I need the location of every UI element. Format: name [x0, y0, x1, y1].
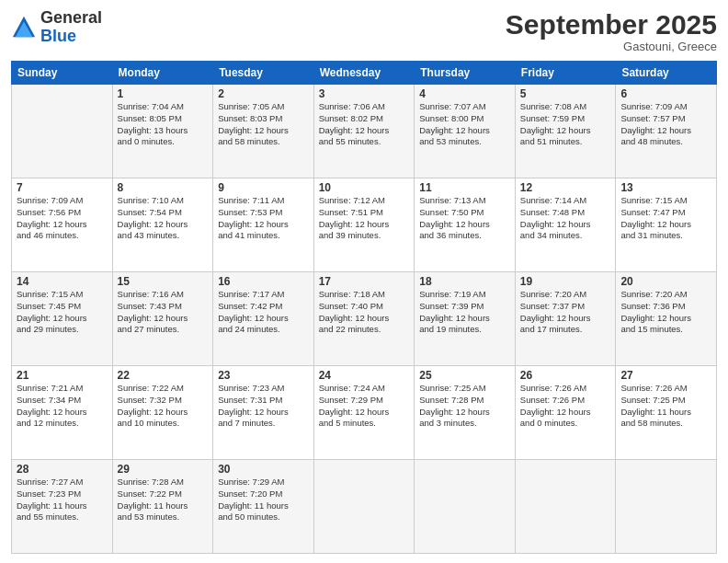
col-sunday: Sunday [12, 62, 113, 85]
day-number: 1 [118, 87, 209, 100]
day-info: Sunrise: 7:15 AMSunset: 7:45 PMDaylight:… [17, 289, 108, 336]
logo-text: General Blue [40, 9, 102, 46]
logo: General Blue [11, 9, 102, 46]
table-row: 1Sunrise: 7:04 AMSunset: 8:05 PMDaylight… [112, 85, 213, 178]
day-number: 27 [620, 369, 711, 382]
day-number: 3 [319, 87, 410, 100]
day-info: Sunrise: 7:16 AMSunset: 7:43 PMDaylight:… [118, 289, 209, 336]
col-wednesday: Wednesday [313, 62, 415, 85]
day-info: Sunrise: 7:14 AMSunset: 7:48 PMDaylight:… [520, 195, 611, 242]
day-number: 16 [218, 275, 309, 288]
location: Gastouni, Greece [506, 40, 717, 53]
table-row: 6Sunrise: 7:09 AMSunset: 7:57 PMDaylight… [616, 85, 717, 178]
day-number: 7 [17, 181, 108, 194]
table-row: 2Sunrise: 7:05 AMSunset: 8:03 PMDaylight… [213, 85, 314, 178]
calendar-week-row: 21Sunrise: 7:21 AMSunset: 7:34 PMDayligh… [12, 366, 717, 460]
day-number: 13 [620, 181, 711, 194]
day-info: Sunrise: 7:26 AMSunset: 7:26 PMDaylight:… [520, 383, 611, 430]
day-info: Sunrise: 7:09 AMSunset: 7:56 PMDaylight:… [17, 195, 108, 242]
table-row: 20Sunrise: 7:20 AMSunset: 7:36 PMDayligh… [616, 272, 717, 366]
table-row: 18Sunrise: 7:19 AMSunset: 7:39 PMDayligh… [415, 272, 516, 366]
title-block: September 2025 Gastouni, Greece [506, 9, 717, 53]
day-number: 15 [118, 275, 209, 288]
day-info: Sunrise: 7:26 AMSunset: 7:25 PMDaylight:… [620, 383, 711, 430]
day-info: Sunrise: 7:11 AMSunset: 7:53 PMDaylight:… [218, 195, 309, 242]
logo-blue-text: Blue [40, 27, 76, 45]
calendar-week-row: 14Sunrise: 7:15 AMSunset: 7:45 PMDayligh… [12, 272, 717, 366]
day-info: Sunrise: 7:12 AMSunset: 7:51 PMDaylight:… [319, 195, 410, 242]
day-number: 29 [118, 463, 209, 476]
day-number: 19 [520, 275, 611, 288]
table-row: 26Sunrise: 7:26 AMSunset: 7:26 PMDayligh… [515, 366, 616, 460]
table-row [515, 460, 616, 554]
day-number: 21 [17, 369, 108, 382]
day-info: Sunrise: 7:22 AMSunset: 7:32 PMDaylight:… [118, 383, 209, 430]
table-row: 30Sunrise: 7:29 AMSunset: 7:20 PMDayligh… [213, 460, 314, 554]
day-number: 5 [520, 87, 611, 100]
day-info: Sunrise: 7:10 AMSunset: 7:54 PMDaylight:… [118, 195, 209, 242]
table-row: 15Sunrise: 7:16 AMSunset: 7:43 PMDayligh… [112, 272, 213, 366]
day-number: 23 [218, 369, 309, 382]
page: General Blue September 2025 Gastouni, Gr… [0, 0, 728, 563]
day-number: 2 [218, 87, 309, 100]
logo-icon [11, 15, 37, 40]
month-title: September 2025 [506, 9, 717, 40]
table-row: 27Sunrise: 7:26 AMSunset: 7:25 PMDayligh… [616, 366, 717, 460]
day-number: 10 [319, 181, 410, 194]
day-info: Sunrise: 7:05 AMSunset: 8:03 PMDaylight:… [218, 101, 309, 148]
day-info: Sunrise: 7:29 AMSunset: 7:20 PMDaylight:… [218, 477, 309, 523]
table-row: 4Sunrise: 7:07 AMSunset: 8:00 PMDaylight… [415, 85, 516, 178]
day-number: 9 [218, 181, 309, 194]
col-thursday: Thursday [415, 62, 516, 85]
table-row: 29Sunrise: 7:28 AMSunset: 7:22 PMDayligh… [112, 460, 213, 554]
day-info: Sunrise: 7:28 AMSunset: 7:22 PMDaylight:… [118, 477, 209, 523]
calendar-week-row: 1Sunrise: 7:04 AMSunset: 8:05 PMDaylight… [12, 85, 717, 178]
table-row: 7Sunrise: 7:09 AMSunset: 7:56 PMDaylight… [12, 178, 113, 272]
day-number: 4 [419, 87, 510, 100]
table-row: 11Sunrise: 7:13 AMSunset: 7:50 PMDayligh… [415, 178, 516, 272]
day-number: 20 [620, 275, 711, 288]
col-monday: Monday [112, 62, 213, 85]
table-row: 22Sunrise: 7:22 AMSunset: 7:32 PMDayligh… [112, 366, 213, 460]
table-row: 23Sunrise: 7:23 AMSunset: 7:31 PMDayligh… [213, 366, 314, 460]
day-number: 11 [419, 181, 510, 194]
table-row: 17Sunrise: 7:18 AMSunset: 7:40 PMDayligh… [313, 272, 415, 366]
day-number: 12 [520, 181, 611, 194]
day-info: Sunrise: 7:27 AMSunset: 7:23 PMDaylight:… [17, 477, 108, 523]
day-info: Sunrise: 7:24 AMSunset: 7:29 PMDaylight:… [319, 383, 410, 430]
day-info: Sunrise: 7:07 AMSunset: 8:00 PMDaylight:… [419, 101, 510, 148]
day-info: Sunrise: 7:04 AMSunset: 8:05 PMDaylight:… [118, 101, 209, 148]
day-info: Sunrise: 7:06 AMSunset: 8:02 PMDaylight:… [319, 101, 410, 148]
day-info: Sunrise: 7:19 AMSunset: 7:39 PMDaylight:… [419, 289, 510, 336]
day-info: Sunrise: 7:25 AMSunset: 7:28 PMDaylight:… [419, 383, 510, 430]
day-number: 25 [419, 369, 510, 382]
header: General Blue September 2025 Gastouni, Gr… [11, 9, 717, 53]
calendar-table: Sunday Monday Tuesday Wednesday Thursday… [11, 61, 717, 554]
day-info: Sunrise: 7:13 AMSunset: 7:50 PMDaylight:… [419, 195, 510, 242]
table-row: 5Sunrise: 7:08 AMSunset: 7:59 PMDaylight… [515, 85, 616, 178]
day-info: Sunrise: 7:20 AMSunset: 7:36 PMDaylight:… [620, 289, 711, 336]
day-number: 28 [17, 463, 108, 476]
day-info: Sunrise: 7:17 AMSunset: 7:42 PMDaylight:… [218, 289, 309, 336]
table-row [616, 460, 717, 554]
table-row: 13Sunrise: 7:15 AMSunset: 7:47 PMDayligh… [616, 178, 717, 272]
table-row [12, 85, 113, 178]
table-row: 25Sunrise: 7:25 AMSunset: 7:28 PMDayligh… [415, 366, 516, 460]
table-row: 19Sunrise: 7:20 AMSunset: 7:37 PMDayligh… [515, 272, 616, 366]
table-row: 14Sunrise: 7:15 AMSunset: 7:45 PMDayligh… [12, 272, 113, 366]
day-number: 18 [419, 275, 510, 288]
col-friday: Friday [515, 62, 616, 85]
calendar-week-row: 28Sunrise: 7:27 AMSunset: 7:23 PMDayligh… [12, 460, 717, 554]
table-row: 8Sunrise: 7:10 AMSunset: 7:54 PMDaylight… [112, 178, 213, 272]
day-info: Sunrise: 7:08 AMSunset: 7:59 PMDaylight:… [520, 101, 611, 148]
calendar-week-row: 7Sunrise: 7:09 AMSunset: 7:56 PMDaylight… [12, 178, 717, 272]
day-info: Sunrise: 7:20 AMSunset: 7:37 PMDaylight:… [520, 289, 611, 336]
day-number: 6 [620, 87, 711, 100]
table-row: 9Sunrise: 7:11 AMSunset: 7:53 PMDaylight… [213, 178, 314, 272]
table-row: 24Sunrise: 7:24 AMSunset: 7:29 PMDayligh… [313, 366, 415, 460]
day-info: Sunrise: 7:15 AMSunset: 7:47 PMDaylight:… [620, 195, 711, 242]
calendar-header-row: Sunday Monday Tuesday Wednesday Thursday… [12, 62, 717, 85]
table-row: 12Sunrise: 7:14 AMSunset: 7:48 PMDayligh… [515, 178, 616, 272]
day-info: Sunrise: 7:23 AMSunset: 7:31 PMDaylight:… [218, 383, 309, 430]
day-number: 24 [319, 369, 410, 382]
